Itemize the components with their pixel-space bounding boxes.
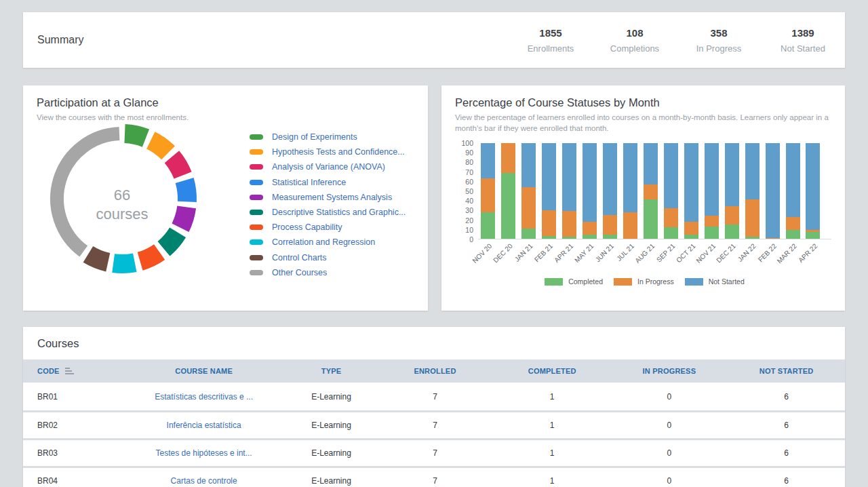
bar-segment-in-progress bbox=[786, 217, 800, 231]
summary-stats: 1855 Enrollments 108 Completions 358 In … bbox=[509, 27, 845, 54]
completed-count: 1 bbox=[494, 476, 611, 486]
donut-legend-item[interactable]: Process Capability bbox=[250, 222, 414, 232]
legend-color-marker bbox=[250, 180, 263, 185]
donut-legend-item[interactable]: Correlation and Regression bbox=[250, 237, 414, 247]
donut-legend-item[interactable]: Descriptive Statistics and Graphic... bbox=[250, 208, 414, 217]
bar-column: JUL 21 bbox=[620, 143, 641, 239]
bar-segment-not-started bbox=[745, 143, 760, 199]
stacked-bar bbox=[603, 143, 617, 239]
donut-center-value: 66 bbox=[114, 187, 130, 203]
table-row: BR02Inferência estatísticaE-Learning7106 bbox=[23, 410, 845, 438]
legend-color-swatch bbox=[545, 278, 563, 286]
stacked-bar bbox=[644, 143, 658, 239]
column-header-type[interactable]: TYPE bbox=[286, 367, 376, 375]
in-progress-count: 0 bbox=[611, 392, 728, 402]
legend-label: Design of Experiments bbox=[272, 132, 357, 142]
completed-count: 1 bbox=[494, 392, 611, 402]
column-header-code[interactable]: CODE bbox=[23, 367, 121, 375]
course-name-link[interactable]: Estatísticas descritivas e ... bbox=[121, 392, 285, 402]
bar-chart-legend: CompletedIn ProgressNot Started bbox=[458, 277, 831, 286]
legend-label: Completed bbox=[568, 277, 603, 286]
legend-color-swatch bbox=[614, 278, 632, 286]
column-header-not-started[interactable]: NOT STARTED bbox=[728, 367, 845, 375]
bar-segment-in-progress bbox=[725, 206, 739, 225]
column-header-enrolled[interactable]: ENROLLED bbox=[376, 367, 494, 375]
donut-segment bbox=[172, 157, 182, 175]
bar-segment-completed bbox=[725, 225, 739, 239]
not-started-count: 6 bbox=[728, 421, 845, 430]
bar-column: SEP 21 bbox=[660, 143, 681, 239]
bar-column: APR 22 bbox=[803, 143, 823, 239]
donut-legend-item[interactable]: Control Charts bbox=[250, 253, 414, 262]
dashboard-page: Summary 1855 Enrollments 108 Completions… bbox=[0, 0, 868, 487]
column-header-course-name[interactable]: COURSE NAME bbox=[121, 367, 285, 375]
stacked-bar bbox=[623, 143, 637, 239]
donut-legend-item[interactable]: Design of Experiments bbox=[250, 132, 414, 142]
legend-label: Statistical Inference bbox=[272, 178, 346, 187]
column-header-completed[interactable]: COMPLETED bbox=[494, 367, 611, 375]
legend-color-marker bbox=[250, 255, 263, 260]
course-type: E-Learning bbox=[286, 421, 376, 430]
stacked-bar-chart: 0102030405060708090100 NOV 20DEC 20JAN 2… bbox=[455, 143, 831, 286]
bar-segment-not-started bbox=[603, 143, 617, 215]
course-name-link[interactable]: Testes de hipóteses e int... bbox=[121, 448, 285, 458]
bar-segment-in-progress bbox=[705, 216, 719, 227]
in-progress-count: 0 bbox=[611, 448, 728, 458]
bar-column: MAY 21 bbox=[580, 143, 600, 239]
course-type: E-Learning bbox=[286, 392, 376, 402]
bar-legend-item: In Progress bbox=[614, 277, 674, 286]
statuses-title: Percentage of Course Statuses by Month bbox=[455, 96, 831, 109]
bar-column: FEB 21 bbox=[539, 143, 559, 239]
not-started-count: 6 bbox=[728, 448, 845, 458]
stat-value: 358 bbox=[677, 27, 761, 39]
bar-column: DEC 21 bbox=[722, 143, 742, 239]
enrolled-count: 7 bbox=[376, 421, 494, 430]
bar-segment-completed bbox=[786, 230, 800, 239]
completed-count: 1 bbox=[494, 421, 611, 430]
bar-segment-completed bbox=[583, 235, 597, 239]
course-name-link[interactable]: Inferência estatística bbox=[121, 421, 285, 430]
statuses-card: Percentage of Course Statuses by Month V… bbox=[441, 85, 845, 311]
donut-legend-item[interactable]: Analysis of Variance (ANOVA) bbox=[250, 162, 414, 172]
legend-color-marker bbox=[250, 134, 263, 140]
donut-segment bbox=[164, 233, 178, 249]
legend-label: Not Started bbox=[709, 277, 745, 286]
completed-count: 1 bbox=[494, 448, 611, 458]
course-code: BR04 bbox=[23, 476, 121, 486]
stacked-bar bbox=[664, 143, 678, 239]
column-header-in-progress[interactable]: IN PROGRESS bbox=[611, 367, 728, 375]
bar-column: JAN 21 bbox=[519, 143, 539, 239]
bar-column: MAR 22 bbox=[783, 143, 803, 239]
table-row: BR04Cartas de controleE-Learning7106 bbox=[23, 466, 845, 487]
donut-segment bbox=[113, 262, 135, 264]
donut-legend-item[interactable]: Hypothesis Tests and Confidence... bbox=[250, 147, 414, 157]
donut-segment bbox=[125, 134, 146, 138]
donut-legend-item[interactable]: Statistical Inference bbox=[250, 178, 414, 187]
bar-segment-not-started bbox=[562, 143, 576, 211]
course-name-link[interactable]: Cartas de controle bbox=[121, 476, 285, 486]
legend-color-marker bbox=[250, 210, 263, 215]
bar-legend-item: Not Started bbox=[685, 277, 745, 286]
donut-legend-item[interactable]: Measurement Systems Analysis bbox=[250, 193, 414, 202]
not-started-count: 6 bbox=[728, 476, 845, 486]
in-progress-count: 0 bbox=[611, 421, 728, 430]
legend-label: Measurement Systems Analysis bbox=[272, 193, 392, 202]
bar-segment-not-started bbox=[623, 143, 637, 212]
y-axis-tick-label: 30 bbox=[465, 206, 473, 214]
stat-label: Not Started bbox=[761, 43, 845, 54]
bar-segment-not-started bbox=[481, 143, 495, 178]
legend-color-marker bbox=[250, 225, 263, 230]
courses-title: Courses bbox=[23, 327, 845, 359]
stacked-bar bbox=[766, 143, 780, 239]
courses-table-header: CODE COURSE NAME TYPE ENROLLED COMPLETED… bbox=[23, 359, 845, 383]
summary-card: Summary 1855 Enrollments 108 Completions… bbox=[23, 12, 845, 68]
bar-segment-not-started bbox=[521, 143, 536, 187]
donut-legend-item[interactable]: Other Courses bbox=[250, 268, 414, 277]
stat-value: 108 bbox=[593, 27, 677, 39]
donut-center-label: courses bbox=[96, 206, 148, 222]
bar-segment-in-progress bbox=[501, 143, 515, 173]
stat-enrollments: 1855 Enrollments bbox=[509, 27, 593, 54]
stacked-bar bbox=[521, 143, 536, 239]
sort-ascending-icon[interactable] bbox=[65, 368, 74, 374]
bar-segment-in-progress bbox=[583, 222, 597, 235]
